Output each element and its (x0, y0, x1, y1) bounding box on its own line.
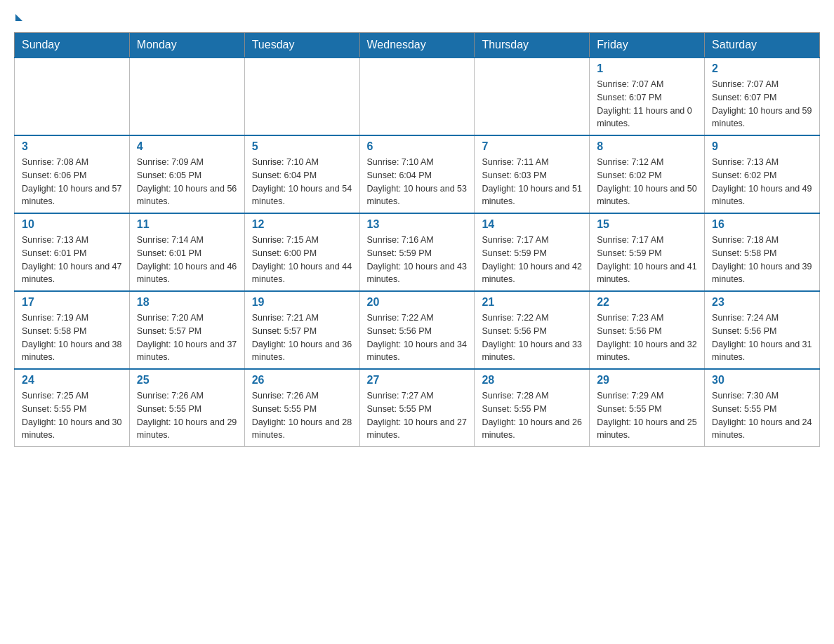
calendar-cell: 18Sunrise: 7:20 AM Sunset: 5:57 PM Dayli… (129, 291, 244, 369)
calendar-cell: 20Sunrise: 7:22 AM Sunset: 5:56 PM Dayli… (359, 291, 475, 369)
calendar-cell: 11Sunrise: 7:14 AM Sunset: 6:01 PM Dayli… (129, 213, 244, 291)
day-number: 24 (22, 374, 122, 387)
day-info: Sunrise: 7:11 AM Sunset: 6:03 PM Dayligh… (482, 156, 582, 208)
day-info: Sunrise: 7:14 AM Sunset: 6:01 PM Dayligh… (137, 234, 237, 286)
day-number: 29 (597, 374, 697, 387)
calendar-cell (244, 58, 359, 135)
calendar-cell: 2Sunrise: 7:07 AM Sunset: 6:07 PM Daylig… (705, 58, 820, 135)
calendar-cell: 3Sunrise: 7:08 AM Sunset: 6:06 PM Daylig… (15, 135, 130, 213)
calendar-cell: 1Sunrise: 7:07 AM Sunset: 6:07 PM Daylig… (590, 58, 705, 135)
calendar-cell: 28Sunrise: 7:28 AM Sunset: 5:55 PM Dayli… (475, 369, 590, 447)
calendar-cell: 27Sunrise: 7:27 AM Sunset: 5:55 PM Dayli… (359, 369, 475, 447)
day-info: Sunrise: 7:28 AM Sunset: 5:55 PM Dayligh… (482, 389, 582, 442)
calendar-cell: 26Sunrise: 7:26 AM Sunset: 5:55 PM Dayli… (244, 369, 359, 447)
day-number: 15 (597, 218, 697, 231)
calendar-cell: 29Sunrise: 7:29 AM Sunset: 5:55 PM Dayli… (590, 369, 705, 447)
day-info: Sunrise: 7:15 AM Sunset: 6:00 PM Dayligh… (252, 234, 352, 286)
calendar-cell: 7Sunrise: 7:11 AM Sunset: 6:03 PM Daylig… (475, 135, 590, 213)
calendar-cell: 30Sunrise: 7:30 AM Sunset: 5:55 PM Dayli… (705, 369, 820, 447)
day-number: 1 (597, 62, 697, 75)
calendar-cell: 8Sunrise: 7:12 AM Sunset: 6:02 PM Daylig… (590, 135, 705, 213)
weekday-header-friday: Friday (590, 33, 705, 58)
calendar-table: SundayMondayTuesdayWednesdayThursdayFrid… (14, 32, 820, 447)
calendar-cell: 19Sunrise: 7:21 AM Sunset: 5:57 PM Dayli… (244, 291, 359, 369)
calendar-cell (129, 58, 244, 135)
calendar-cell: 10Sunrise: 7:13 AM Sunset: 6:01 PM Dayli… (15, 213, 130, 291)
day-number: 17 (22, 296, 122, 309)
day-number: 13 (367, 218, 468, 231)
day-info: Sunrise: 7:21 AM Sunset: 5:57 PM Dayligh… (252, 311, 352, 364)
day-number: 5 (252, 140, 352, 153)
day-number: 25 (137, 374, 237, 387)
calendar-cell: 14Sunrise: 7:17 AM Sunset: 5:59 PM Dayli… (475, 213, 590, 291)
day-info: Sunrise: 7:16 AM Sunset: 5:59 PM Dayligh… (367, 234, 468, 286)
day-number: 22 (597, 296, 697, 309)
day-info: Sunrise: 7:19 AM Sunset: 5:58 PM Dayligh… (22, 311, 122, 364)
day-number: 3 (22, 140, 122, 153)
day-number: 21 (482, 296, 582, 309)
logo-arrow-icon (15, 14, 22, 21)
day-number: 26 (252, 374, 352, 387)
calendar-cell: 6Sunrise: 7:10 AM Sunset: 6:04 PM Daylig… (359, 135, 475, 213)
day-number: 14 (482, 218, 582, 231)
calendar-cell: 5Sunrise: 7:10 AM Sunset: 6:04 PM Daylig… (244, 135, 359, 213)
week-row-2: 3Sunrise: 7:08 AM Sunset: 6:06 PM Daylig… (15, 135, 820, 213)
calendar-cell: 12Sunrise: 7:15 AM Sunset: 6:00 PM Dayli… (244, 213, 359, 291)
calendar-cell: 23Sunrise: 7:24 AM Sunset: 5:56 PM Dayli… (705, 291, 820, 369)
calendar-cell: 16Sunrise: 7:18 AM Sunset: 5:58 PM Dayli… (705, 213, 820, 291)
day-number: 6 (367, 140, 468, 153)
calendar-cell: 13Sunrise: 7:16 AM Sunset: 5:59 PM Dayli… (359, 213, 475, 291)
weekday-header-saturday: Saturday (705, 33, 820, 58)
day-info: Sunrise: 7:07 AM Sunset: 6:07 PM Dayligh… (712, 78, 812, 130)
day-number: 20 (367, 296, 468, 309)
calendar-cell: 15Sunrise: 7:17 AM Sunset: 5:59 PM Dayli… (590, 213, 705, 291)
week-row-1: 1Sunrise: 7:07 AM Sunset: 6:07 PM Daylig… (15, 58, 820, 135)
day-info: Sunrise: 7:24 AM Sunset: 5:56 PM Dayligh… (712, 311, 812, 364)
weekday-header-monday: Monday (129, 33, 244, 58)
day-number: 12 (252, 218, 352, 231)
calendar-cell: 24Sunrise: 7:25 AM Sunset: 5:55 PM Dayli… (15, 369, 130, 447)
day-number: 28 (482, 374, 582, 387)
day-number: 18 (137, 296, 237, 309)
weekday-header-wednesday: Wednesday (359, 33, 475, 58)
day-number: 2 (712, 62, 812, 75)
day-info: Sunrise: 7:13 AM Sunset: 6:02 PM Dayligh… (712, 156, 812, 208)
day-info: Sunrise: 7:17 AM Sunset: 5:59 PM Dayligh… (597, 234, 697, 286)
calendar-cell: 9Sunrise: 7:13 AM Sunset: 6:02 PM Daylig… (705, 135, 820, 213)
day-info: Sunrise: 7:18 AM Sunset: 5:58 PM Dayligh… (712, 234, 812, 286)
calendar-cell (475, 58, 590, 135)
calendar-cell: 25Sunrise: 7:26 AM Sunset: 5:55 PM Dayli… (129, 369, 244, 447)
day-number: 27 (367, 374, 468, 387)
day-number: 30 (712, 374, 812, 387)
calendar-cell: 22Sunrise: 7:23 AM Sunset: 5:56 PM Dayli… (590, 291, 705, 369)
day-number: 11 (137, 218, 237, 231)
day-info: Sunrise: 7:12 AM Sunset: 6:02 PM Dayligh… (597, 156, 697, 208)
day-number: 19 (252, 296, 352, 309)
calendar-cell (15, 58, 130, 135)
weekday-header-sunday: Sunday (15, 33, 130, 58)
day-info: Sunrise: 7:27 AM Sunset: 5:55 PM Dayligh… (367, 389, 468, 442)
calendar-cell: 4Sunrise: 7:09 AM Sunset: 6:05 PM Daylig… (129, 135, 244, 213)
calendar-cell: 17Sunrise: 7:19 AM Sunset: 5:58 PM Dayli… (15, 291, 130, 369)
day-number: 10 (22, 218, 122, 231)
week-row-5: 24Sunrise: 7:25 AM Sunset: 5:55 PM Dayli… (15, 369, 820, 447)
day-number: 9 (712, 140, 812, 153)
day-info: Sunrise: 7:22 AM Sunset: 5:56 PM Dayligh… (367, 311, 468, 364)
day-number: 16 (712, 218, 812, 231)
header (14, 14, 820, 21)
day-info: Sunrise: 7:07 AM Sunset: 6:07 PM Dayligh… (597, 78, 697, 130)
day-info: Sunrise: 7:26 AM Sunset: 5:55 PM Dayligh… (137, 389, 237, 442)
day-info: Sunrise: 7:09 AM Sunset: 6:05 PM Dayligh… (137, 156, 237, 208)
day-number: 7 (482, 140, 582, 153)
day-info: Sunrise: 7:22 AM Sunset: 5:56 PM Dayligh… (482, 311, 582, 364)
day-info: Sunrise: 7:23 AM Sunset: 5:56 PM Dayligh… (597, 311, 697, 364)
day-info: Sunrise: 7:08 AM Sunset: 6:06 PM Dayligh… (22, 156, 122, 208)
day-info: Sunrise: 7:20 AM Sunset: 5:57 PM Dayligh… (137, 311, 237, 364)
day-number: 4 (137, 140, 237, 153)
week-row-3: 10Sunrise: 7:13 AM Sunset: 6:01 PM Dayli… (15, 213, 820, 291)
day-info: Sunrise: 7:17 AM Sunset: 5:59 PM Dayligh… (482, 234, 582, 286)
day-info: Sunrise: 7:29 AM Sunset: 5:55 PM Dayligh… (597, 389, 697, 442)
day-number: 8 (597, 140, 697, 153)
day-info: Sunrise: 7:26 AM Sunset: 5:55 PM Dayligh… (252, 389, 352, 442)
logo (14, 14, 24, 21)
